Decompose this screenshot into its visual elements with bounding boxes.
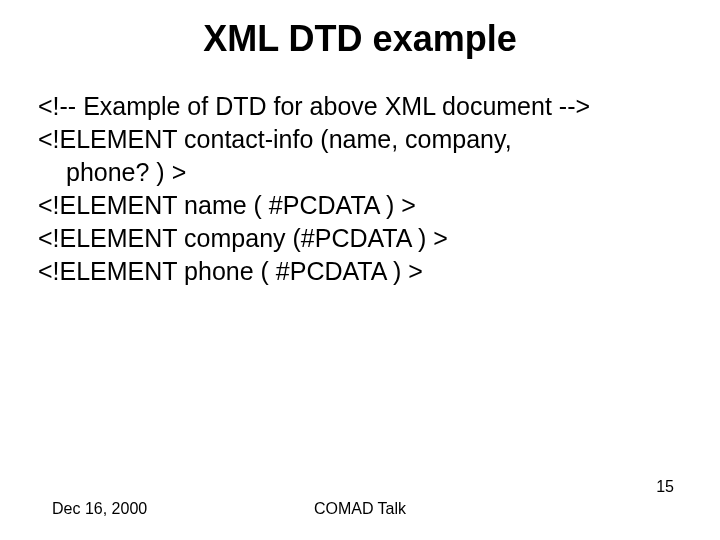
footer-center: COMAD Talk — [0, 500, 720, 518]
dtd-line: <!ELEMENT company (#PCDATA ) > — [38, 222, 682, 255]
dtd-line: <!ELEMENT contact-info (name, company, — [38, 123, 682, 156]
dtd-line: <!ELEMENT phone ( #PCDATA ) > — [38, 255, 682, 288]
slide: XML DTD example <!-- Example of DTD for … — [0, 0, 720, 540]
slide-title: XML DTD example — [0, 18, 720, 60]
dtd-line: <!ELEMENT name ( #PCDATA ) > — [38, 189, 682, 222]
dtd-line: phone? ) > — [38, 156, 682, 189]
page-number: 15 — [656, 478, 674, 496]
slide-body: <!-- Example of DTD for above XML docume… — [38, 90, 682, 288]
dtd-line: <!-- Example of DTD for above XML docume… — [38, 90, 682, 123]
